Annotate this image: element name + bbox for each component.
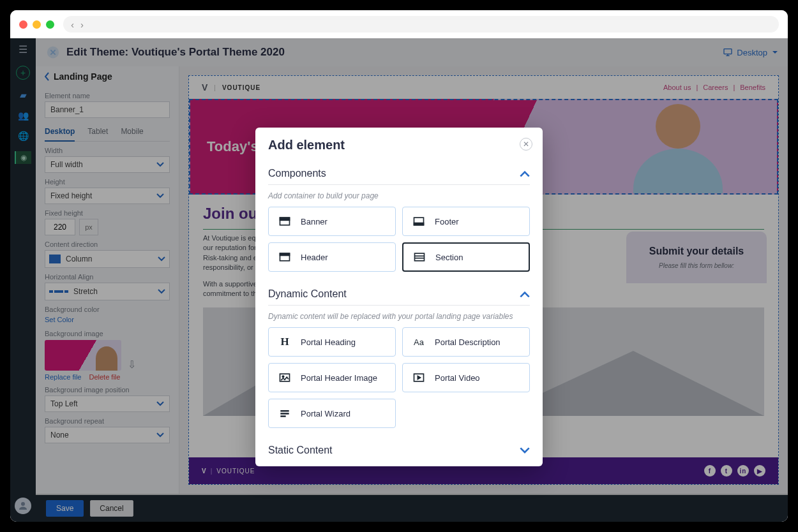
bgrepeat-label: Background repeat — [45, 417, 170, 425]
svg-rect-4 — [280, 218, 290, 220]
download-icon[interactable]: ⇩ — [128, 358, 136, 371]
component-header[interactable]: Header — [268, 242, 396, 272]
submit-title: Submit your details — [636, 246, 757, 257]
header-icon — [278, 250, 292, 264]
bgrepeat-select[interactable]: None — [45, 427, 170, 443]
bgpos-select[interactable]: Top Left — [45, 395, 170, 412]
bottom-bar: Save Cancel — [36, 495, 788, 522]
tab-tablet[interactable]: Tablet — [87, 127, 108, 142]
linkedin-icon[interactable]: in — [737, 465, 749, 477]
viewport-label: Desktop — [737, 48, 767, 57]
traffic-lights — [19, 20, 54, 29]
hamburger-icon[interactable]: ☰ — [19, 43, 27, 55]
section-icon — [412, 250, 426, 264]
viewport-selector[interactable]: Desktop — [723, 47, 778, 57]
add-element-modal: Add element ✕ Components Add container t… — [255, 128, 543, 466]
delete-file-link[interactable]: Delete file — [89, 373, 120, 381]
nav-back-icon[interactable]: ‹ — [71, 19, 74, 30]
dynamic-hint: Dynamic content will be replaced with yo… — [268, 312, 530, 321]
direction-select[interactable]: Column — [45, 250, 170, 268]
chevron-up-icon — [520, 170, 530, 177]
fixed-height-input[interactable] — [45, 219, 75, 235]
hero-image — [611, 100, 745, 193]
nav-benefits[interactable]: Benefits — [740, 84, 765, 91]
width-select[interactable]: Full width — [45, 156, 170, 173]
component-banner[interactable]: Banner — [268, 207, 396, 236]
cancel-button[interactable]: Cancel — [90, 500, 133, 517]
text-icon: Aa — [412, 335, 426, 349]
chevron-up-icon — [520, 291, 530, 298]
wizard-icon — [278, 406, 292, 420]
height-select[interactable]: Fixed height — [45, 188, 170, 204]
dynamic-heading[interactable]: H Portal Heading — [268, 327, 396, 357]
column-icon — [49, 255, 61, 263]
stretch-icon — [49, 290, 68, 293]
submit-hint: Please fill this form bellow: — [636, 262, 757, 269]
section-dynamic[interactable]: Dynamic Content — [268, 282, 530, 306]
replace-file-link[interactable]: Replace file — [45, 373, 81, 381]
close-window[interactable] — [19, 20, 27, 29]
rail-item-4[interactable]: ◉ — [15, 151, 31, 164]
desktop-icon — [723, 47, 733, 57]
section-components[interactable]: Components — [268, 161, 530, 185]
svg-point-13 — [282, 376, 284, 378]
close-icon[interactable]: ✕ — [520, 138, 532, 151]
direction-label: Content direction — [45, 240, 170, 248]
bgpos-label: Background image position — [45, 386, 170, 394]
component-section[interactable]: Section — [402, 242, 530, 272]
facebook-icon[interactable]: f — [704, 465, 716, 477]
browser-window: ‹ › ☰ + ▰ 👥 🌐 ◉ Edit Theme: Voutique's P… — [10, 10, 788, 522]
nav-forward-icon[interactable]: › — [80, 19, 84, 30]
nav-about[interactable]: About us — [663, 84, 691, 91]
device-tabs: Desktop Tablet Mobile — [45, 127, 170, 142]
tab-desktop[interactable]: Desktop — [45, 127, 75, 142]
svg-point-0 — [21, 502, 25, 506]
add-icon[interactable]: + — [16, 66, 30, 80]
url-bar[interactable]: ‹ › — [63, 16, 779, 33]
bgimage-thumbnail[interactable] — [45, 340, 121, 371]
page-title: Edit Theme: Voutique's Portal Theme 2020 — [66, 46, 285, 59]
brand-mark: V — [202, 82, 207, 92]
banner-icon — [278, 214, 292, 228]
rail-item-3[interactable]: 🌐 — [18, 131, 29, 141]
properties-sidebar: Landing Page Element name Desktop Tablet… — [36, 66, 179, 494]
width-label: Width — [45, 147, 170, 154]
twitter-icon[interactable]: t — [721, 465, 732, 477]
nav-careers[interactable]: Careers — [703, 84, 728, 91]
dynamic-video[interactable]: Portal Video — [402, 363, 530, 392]
svg-rect-16 — [280, 413, 289, 415]
dynamic-wizard[interactable]: Portal Wizard — [268, 399, 396, 428]
unit-label: px — [79, 219, 98, 235]
youtube-icon[interactable]: ▶ — [754, 465, 765, 477]
modal-title: Add element — [268, 138, 530, 152]
chevron-left-icon — [45, 72, 50, 81]
footer-icon — [412, 214, 426, 228]
footer-mark: V — [202, 468, 207, 475]
fixed-height-label: Fixed height — [45, 209, 170, 217]
video-icon — [412, 371, 426, 385]
minimize-window[interactable] — [33, 20, 41, 29]
component-footer[interactable]: Footer — [402, 207, 530, 236]
save-button[interactable]: Save — [46, 500, 84, 517]
dynamic-description[interactable]: Aa Portal Description — [402, 327, 530, 357]
tab-mobile[interactable]: Mobile — [121, 127, 143, 142]
svg-rect-9 — [415, 253, 425, 261]
app-body: ☰ + ▰ 👥 🌐 ◉ Edit Theme: Voutique's Porta… — [10, 38, 788, 522]
user-avatar[interactable] — [15, 498, 31, 514]
height-label: Height — [45, 178, 170, 186]
rail-item-1[interactable]: ▰ — [20, 90, 27, 100]
set-color-link[interactable]: Set Color — [45, 316, 74, 323]
element-name-input[interactable] — [45, 101, 170, 118]
rail-item-2[interactable]: 👥 — [18, 110, 29, 121]
section-static[interactable]: Static Content — [268, 438, 530, 461]
chevron-down-icon — [520, 447, 530, 454]
components-hint: Add container to build your page — [268, 191, 530, 200]
svg-rect-6 — [414, 223, 424, 225]
sidebar-title: Landing Page — [54, 71, 112, 82]
element-name-label: Element name — [45, 92, 170, 100]
site-header: V | VOUTIQUE About us| Careers| Benefits — [189, 76, 778, 99]
dynamic-header-image[interactable]: Portal Header Image — [268, 363, 396, 392]
maximize-window[interactable] — [46, 20, 54, 29]
sidebar-breadcrumb[interactable]: Landing Page — [36, 71, 179, 87]
halign-select[interactable]: Stretch — [45, 283, 170, 300]
